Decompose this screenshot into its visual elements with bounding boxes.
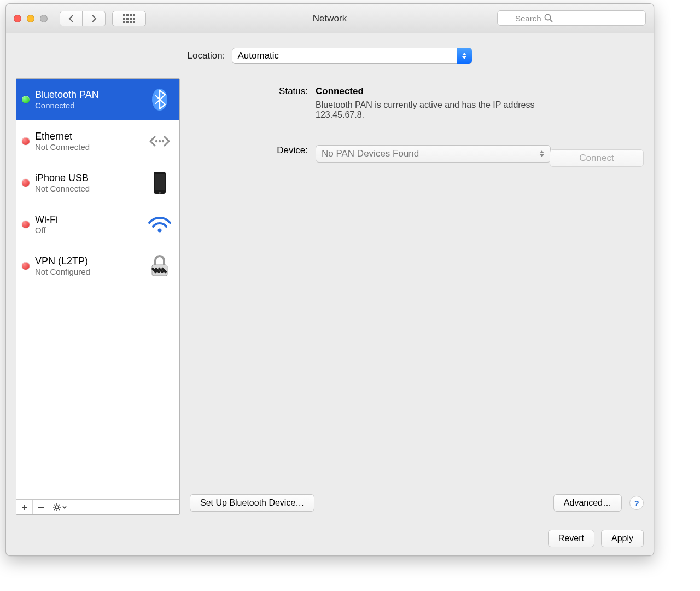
status-dot-icon [22, 221, 30, 228]
select-stepper-icon [538, 148, 546, 159]
service-iphone-usb[interactable]: iPhone USB Not Connected [16, 162, 179, 204]
service-state: Not Configured [35, 267, 145, 276]
service-state: Off [35, 225, 145, 235]
help-icon: ? [634, 499, 639, 508]
status-dot-icon [22, 262, 30, 270]
service-name: Wi-Fi [35, 214, 145, 225]
lock-icon [145, 254, 174, 278]
location-selected-value: Automatic [238, 50, 279, 61]
iphone-icon [145, 171, 174, 195]
svg-rect-4 [123, 18, 125, 20]
bottom-bar: Revert Apply [6, 520, 654, 555]
nav-buttons [60, 11, 106, 26]
minimize-window-button[interactable] [27, 15, 34, 22]
service-name: VPN (L2TP) [35, 256, 145, 267]
titlebar: Network [6, 4, 654, 33]
service-bluetooth-pan[interactable]: Bluetooth PAN Connected [16, 79, 179, 120]
location-row: Location: Automatic [6, 33, 654, 72]
svg-line-31 [59, 505, 60, 506]
svg-point-17 [162, 140, 164, 142]
status-dot-icon [22, 137, 30, 145]
forward-button[interactable] [83, 11, 106, 26]
services-list: Bluetooth PAN Connected Ethernet N [16, 79, 179, 499]
svg-point-21 [158, 229, 162, 233]
svg-rect-0 [123, 14, 125, 16]
svg-point-16 [159, 140, 161, 142]
minus-icon [38, 504, 44, 511]
gear-icon [53, 503, 61, 511]
svg-rect-3 [133, 14, 135, 16]
svg-rect-2 [130, 14, 132, 16]
ethernet-icon [145, 132, 174, 150]
service-vpn[interactable]: VPN (L2TP) Not Configured [16, 245, 179, 287]
wifi-icon [145, 215, 174, 234]
service-wifi[interactable]: Wi-Fi Off [16, 204, 179, 245]
location-label: Location: [188, 50, 225, 61]
svg-rect-11 [133, 21, 135, 23]
status-label: Status: [190, 86, 316, 120]
advanced-button[interactable]: Advanced… [553, 494, 622, 512]
chevron-left-icon [68, 14, 74, 23]
close-window-button[interactable] [14, 15, 21, 22]
svg-point-20 [159, 192, 161, 194]
chevron-down-icon [62, 506, 67, 509]
svg-rect-10 [130, 21, 132, 23]
setup-bluetooth-button[interactable]: Set Up Bluetooth Device… [190, 494, 314, 512]
service-name: iPhone USB [35, 172, 145, 184]
network-preferences-window: Network Location: Automatic Blueto [5, 3, 654, 556]
status-value: Connected [316, 86, 364, 96]
service-state: Connected [35, 101, 145, 110]
svg-rect-1 [126, 14, 129, 16]
help-button[interactable]: ? [629, 496, 644, 510]
device-label: Device: [190, 145, 316, 163]
remove-service-button[interactable] [33, 500, 49, 514]
back-button[interactable] [60, 11, 83, 26]
connect-button[interactable]: Connect [550, 149, 644, 167]
bluetooth-icon [145, 88, 174, 111]
apply-button[interactable]: Apply [601, 530, 644, 547]
select-stepper-icon [457, 48, 472, 64]
add-service-button[interactable] [16, 500, 33, 514]
svg-rect-6 [130, 18, 132, 20]
device-selected-value: No PAN Devices Found [322, 148, 419, 159]
service-name: Bluetooth PAN [35, 89, 145, 101]
status-dot-icon [22, 96, 30, 103]
service-name: Ethernet [35, 131, 145, 142]
show-all-button[interactable] [112, 11, 146, 26]
svg-rect-5 [126, 18, 129, 20]
service-state: Not Connected [35, 142, 145, 152]
sidebar-footer [16, 499, 179, 514]
search-input[interactable] [497, 10, 646, 26]
zoom-window-button[interactable] [40, 15, 48, 22]
svg-point-23 [55, 506, 59, 509]
service-actions-button[interactable] [49, 500, 71, 514]
svg-rect-19 [155, 174, 165, 190]
services-sidebar: Bluetooth PAN Connected Ethernet N [16, 78, 180, 515]
status-dot-icon [22, 179, 30, 187]
location-select[interactable]: Automatic [232, 48, 472, 64]
content: Bluetooth PAN Connected Ethernet N [6, 72, 654, 520]
service-state: Not Connected [35, 184, 145, 193]
device-select[interactable]: No PAN Devices Found [316, 145, 551, 163]
grid-icon [123, 14, 135, 23]
svg-line-30 [54, 509, 55, 510]
svg-line-29 [59, 509, 60, 510]
detail-panel: Status: Connected Bluetooth PAN is curre… [190, 78, 644, 515]
chevron-right-icon [91, 14, 97, 23]
svg-rect-7 [133, 18, 135, 20]
plus-icon [21, 504, 28, 511]
svg-point-15 [155, 140, 158, 142]
detail-footer: Set Up Bluetooth Device… Advanced… ? [190, 494, 644, 515]
svg-rect-8 [123, 21, 125, 23]
revert-button[interactable]: Revert [548, 530, 594, 547]
status-row: Status: Connected Bluetooth PAN is curre… [190, 86, 644, 120]
status-description: Bluetooth PAN is currently active and ha… [316, 100, 573, 120]
search-wrap [497, 10, 646, 26]
service-ethernet[interactable]: Ethernet Not Connected [16, 120, 179, 162]
svg-line-28 [54, 505, 55, 506]
svg-rect-9 [126, 21, 129, 23]
window-controls [14, 15, 48, 22]
